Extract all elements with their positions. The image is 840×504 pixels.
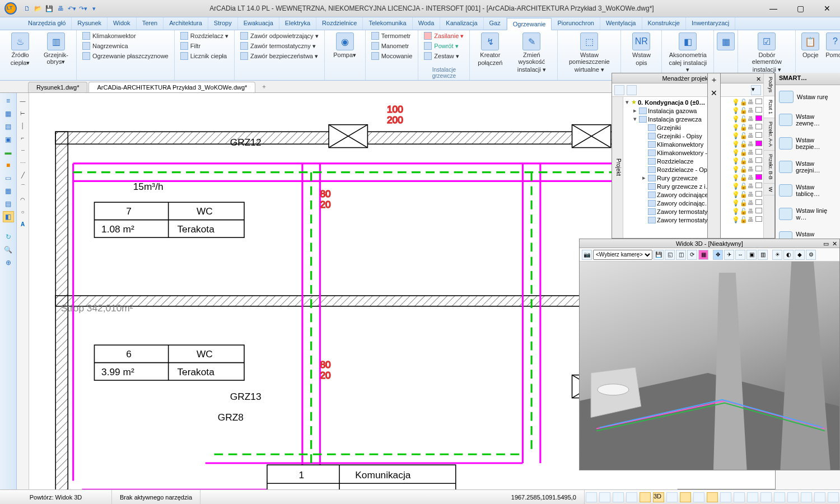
sb-i3-icon[interactable] [693,492,704,502]
tree-item[interactable]: Zawory odcinając…💡🔓🖶 [624,199,762,207]
tree-item[interactable]: Zawory termostaty…💡🔓🖶 [624,216,762,224]
lt2-diag-icon[interactable]: ╱ [18,170,27,179]
tree-item[interactable]: ▾Instalacja grzewcza💡🔓🖶 [624,115,762,123]
qat-redo-icon[interactable]: ↷▾ [78,4,87,13]
opcje-button[interactable]: 📋Opcje [799,31,822,59]
tab-wentylacja[interactable]: Wentylacja [600,17,642,30]
tab-ogrzewanie[interactable]: Ogrzewanie [507,18,552,30]
doctab-add-icon[interactable]: ＋ [256,81,272,92]
tab-narzedzia[interactable]: Narzędzia głó [22,17,72,30]
v3d-orbit-icon[interactable]: ⟳ [687,250,697,260]
sb-i5-icon[interactable] [720,492,731,502]
sb-i9-icon[interactable] [774,492,785,502]
tab-stropy[interactable]: Stropy [208,17,238,30]
v3d-camera-select[interactable]: <Wybierz kamerę> [593,250,652,260]
lt-green-icon[interactable]: ▬ [3,147,14,158]
sb-i8-icon[interactable] [760,492,772,502]
sb-i13-icon[interactable] [828,492,839,502]
v3d-walk-icon[interactable]: ↔ [735,250,745,260]
wstaw-opis-button[interactable]: NRWstawopis [624,31,658,67]
zestaw-button[interactable]: Zestaw ▾ [422,52,466,60]
tab-woda[interactable]: Woda [413,17,441,30]
v3d-fly-icon[interactable]: ✈ [724,250,734,260]
pm-projekt-tab[interactable]: Projekt [612,97,623,238]
sb-polar-icon[interactable] [626,492,637,502]
pm-rt-podrys[interactable]: Podrys [764,73,774,96]
lt-zoom2-icon[interactable]: ⊕ [3,257,14,268]
lt2-dim-icon[interactable]: ⊢ [18,109,27,118]
sb-3d-icon[interactable]: 3D [653,492,664,502]
v3d-mat-icon[interactable]: ◆ [795,250,805,260]
tree-item[interactable]: Rury grzewcze z i…💡🔓🖶 [624,182,762,190]
lt-layers-icon[interactable]: ≡ [3,95,14,106]
lt-zoom-icon[interactable]: 🔍 [3,244,14,255]
tree-item[interactable]: ▸Rury grzewcze💡🔓🖶 [624,174,762,182]
lt2-dot-icon[interactable]: ⋯ [18,158,27,167]
v3d-gear-icon[interactable]: ⚙ [806,250,816,260]
smart-item[interactable]: Wstaw tablicę… [778,180,838,200]
smart-item[interactable]: Wstaw zewnę… [778,110,838,130]
smart-item[interactable]: Wstaw rurę [778,87,838,106]
licznik-ciepla-button[interactable]: Licznik ciepła [178,52,231,60]
pomoc-button[interactable]: ?Pomoc [824,31,840,59]
sb-i7-icon[interactable] [747,492,758,502]
tab-elektryka[interactable]: Elektryka [279,17,316,30]
tree-root[interactable]: ▾★ 0. Kondygnacja 0 (±0… 💡🔓🖶 [624,98,762,106]
tab-widok[interactable]: Widok [108,17,137,30]
pm-rt-aa[interactable]: Przekr. A-A [764,118,774,151]
pm-filter-icon[interactable]: ▾ [751,85,761,95]
lt-icon10[interactable]: ◧ [3,211,14,222]
kreator-polaczen-button[interactable]: ↯Kreatorpołączeń [473,31,507,67]
tree-item[interactable]: Rozdzielacze💡🔓🖶 [624,157,762,165]
tree-item[interactable]: Zawory odcinające💡🔓🖶 [624,190,762,199]
minimize-icon[interactable]: — [765,4,782,13]
rozdzielacz-button[interactable]: Rozdzielacz ▾ [178,31,231,40]
termometr-button[interactable]: Termometr [369,31,415,40]
tab-konstrukcje[interactable]: Konstrukcje [642,17,686,30]
sb-i10-icon[interactable] [787,492,799,502]
sb-osnap-icon[interactable] [640,492,651,502]
lt-icon7[interactable]: ▭ [3,172,14,184]
view3d-canvas[interactable] [580,262,839,470]
pm-tree[interactable]: ▾★ 0. Kondygnacja 0 (±0… 💡🔓🖶 ▸Instalacja… [623,97,763,238]
aksonometria-button[interactable]: ◧Aksonometriacałej instalacji ▾ [665,31,710,74]
zawor-odp-button[interactable]: Zawór odpowietrzający ▾ [238,31,321,40]
lt-grid-icon[interactable]: ▦ [3,108,14,119]
sb-i4-icon[interactable] [707,492,718,502]
v3d-shade-icon[interactable]: ◐ [783,250,794,260]
tree-item[interactable]: Klimakonwektory💡🔓🖶 [624,140,762,148]
v3d-wall-icon[interactable]: ▦ [698,250,708,260]
zmien-wysokosc-button[interactable]: ✎Zmień wysokośćinstalacji ▾ [509,31,554,74]
v3d-save-icon[interactable]: 💾 [654,250,664,260]
wstaw-pomieszczenie-button[interactable]: ⬚Wstaw pomieszczeniewirtualne ▾ [561,31,617,74]
pm-rt-w[interactable]: W [764,184,774,196]
zawor-termo-button[interactable]: Zawór termostatyczny ▾ [238,41,321,50]
sb-grid-icon[interactable] [599,492,610,502]
klimakonwektor-button[interactable]: Klimakonwektor [80,31,171,40]
pm-rt-bb[interactable]: Przekr. B-B [764,151,774,184]
v3d-cube-icon[interactable]: ◱ [665,250,675,260]
zasilanie-button[interactable]: Zasilanie ▾ [422,31,466,40]
sb-ortho-icon[interactable] [613,492,624,502]
tree-item[interactable]: Grzejniki - Opisy💡🔓🖶 [624,132,762,140]
lt2-line-icon[interactable]: — [18,96,27,105]
smart-item[interactable]: Wstaw bezpie… [778,133,838,153]
pm-tb1-icon[interactable] [614,85,624,95]
lt-obj-icon[interactable]: ▣ [3,134,14,145]
lt2-dash-icon[interactable]: ┄ [18,146,27,155]
sb-i11-icon[interactable] [801,492,812,502]
qat-undo-icon[interactable]: ↶▾ [67,4,76,13]
grzejnik-obrys-button[interactable]: ▥Grzejnik-obrys▾ [39,31,73,67]
lt-orange-icon[interactable]: ■ [3,160,14,171]
qat-open-icon[interactable]: 📂 [34,4,43,13]
tab-rozdzielnice[interactable]: Rozdzielnice [316,17,363,30]
tab-teren[interactable]: Teren [137,17,164,30]
nagrzewnica-button[interactable]: Nagrzewnica [80,41,171,50]
manometr-button[interactable]: Manometr [369,41,415,50]
pm-close-icon[interactable]: ✕ [756,74,761,84]
view3d-min-icon[interactable]: ▭ [823,239,829,248]
qat-more-icon[interactable]: ▾ [90,4,99,13]
tab-piorunochron[interactable]: Piorunochron [552,17,600,30]
sb-snap-icon[interactable] [586,492,597,502]
tree-item[interactable]: ▸Instalacja gazowa💡🔓🖶 [624,106,762,115]
